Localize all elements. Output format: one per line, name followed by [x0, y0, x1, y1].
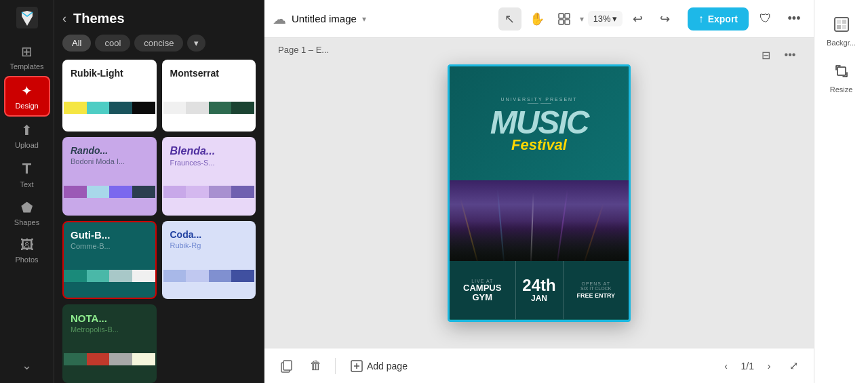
svg-rect-17: [842, 20, 846, 24]
svg-rect-11: [283, 361, 292, 370]
photos-icon: 🖼: [20, 237, 34, 253]
expand-pages-button[interactable]: ⤢: [784, 357, 803, 376]
theme-name: Rubik-Light: [71, 68, 149, 79]
layout-tool-button[interactable]: [553, 7, 576, 31]
themes-grid: Rubik-Light Montserrat Ran: [54, 60, 264, 383]
export-up-icon: ↑: [698, 13, 704, 25]
poster-venue: CAMPUS GYM: [454, 283, 511, 303]
shield-button[interactable]: 🛡: [754, 7, 777, 31]
top-bar-center: ↖ ✋ ▾ 13% ▾ ↩ ↪: [498, 7, 677, 31]
zoom-dropdown-arrow-layout[interactable]: ▾: [580, 14, 584, 24]
sidebar-item-shapes-label: Shapes: [14, 218, 39, 226]
theme-swatches: [64, 353, 155, 365]
back-button[interactable]: ‹: [62, 12, 66, 26]
redo-button[interactable]: ↪: [654, 7, 677, 31]
poster-festival-text: Festival: [511, 136, 567, 154]
sidebar-item-text[interactable]: T Text: [4, 155, 50, 194]
theme-name: Rando...: [71, 145, 149, 156]
sidebar-item-design[interactable]: ✦ Design: [4, 76, 50, 117]
background-icon: [833, 16, 850, 36]
page-copy-button[interactable]: ⊟: [755, 45, 776, 65]
chevron-down-icon: ⌄: [22, 358, 32, 373]
filter-cool[interactable]: cool: [95, 35, 130, 52]
add-page-button[interactable]: Add page: [344, 356, 414, 376]
sidebar-item-templates-label: Templates: [9, 62, 43, 70]
sidebar-more-button[interactable]: ⌄: [15, 353, 39, 378]
filter-bar: All cool concise ▾: [54, 35, 264, 60]
shapes-icon: ⬟: [21, 199, 33, 216]
svg-rect-1: [559, 14, 564, 18]
page-indicator: 1/1: [741, 361, 754, 371]
filter-all[interactable]: All: [62, 35, 91, 52]
themes-panel: ‹ Themes All cool concise ▾ Rubik-Light …: [54, 0, 264, 383]
resize-tool[interactable]: Resize: [820, 58, 863, 99]
export-label: Export: [708, 14, 738, 24]
theme-sub: Fraunces-S...: [170, 159, 248, 167]
theme-sub: Metropolis-B...: [71, 325, 149, 334]
page-actions: ⊟ •••: [755, 45, 800, 65]
zoom-control[interactable]: 13% ▾: [588, 11, 623, 26]
poster-date-month: JAN: [531, 294, 547, 303]
theme-card-rando[interactable]: Rando... Bodoni Moda I...: [62, 137, 157, 216]
sidebar-item-photos[interactable]: 🖼 Photos: [4, 232, 50, 269]
poster-opens-time: SIX IT CLOCK: [580, 286, 611, 291]
delete-page-button[interactable]: 🗑: [305, 355, 327, 377]
theme-name: NOTA...: [71, 313, 149, 324]
sidebar-item-shapes[interactable]: ⬟ Shapes: [4, 194, 50, 232]
theme-swatches: [64, 270, 155, 282]
top-bar: ☁ Untitled image ▾ ↖ ✋ ▾ 13% ▾ ↩ ↪: [264, 0, 814, 38]
page-label: Page 1 – E...: [278, 45, 329, 55]
title-dropdown-arrow[interactable]: ▾: [362, 14, 366, 24]
theme-card-rubik-light[interactable]: Rubik-Light: [62, 60, 157, 132]
filter-concise[interactable]: concise: [134, 35, 183, 52]
top-bar-left: ☁ Untitled image ▾: [273, 11, 366, 27]
export-button[interactable]: ↑ Export: [688, 7, 749, 31]
theme-sub: Comme-B...: [71, 242, 149, 250]
select-tool-button[interactable]: ↖: [498, 7, 521, 31]
sidebar-item-upload[interactable]: ⬆ Upload: [4, 117, 50, 155]
sidebar-item-photos-label: Photos: [15, 256, 38, 264]
theme-swatches: [163, 270, 255, 282]
background-label: Backgr...: [827, 39, 856, 47]
theme-card-blenda[interactable]: Blenda... Fraunces-S...: [162, 137, 256, 216]
more-button[interactable]: •••: [783, 7, 806, 31]
hand-tool-button[interactable]: ✋: [526, 7, 549, 31]
theme-name: Montserrat: [170, 68, 248, 79]
editor-area: ☁ Untitled image ▾ ↖ ✋ ▾ 13% ▾ ↩ ↪: [264, 0, 814, 383]
poster-date-num: 24th: [522, 277, 555, 294]
theme-card-coda[interactable]: Coda... Rubik-Rg: [162, 221, 256, 300]
theme-card-guti-b[interactable]: Guti-B... Comme-B...: [62, 221, 157, 300]
poster-free-entry: FREE ENTRY: [576, 292, 615, 299]
poster-university: UNIVERSITY PRESENT: [501, 97, 578, 102]
right-panel: Backgr... Resize: [814, 0, 868, 383]
copy-page-button[interactable]: [275, 355, 297, 377]
prev-page-button[interactable]: ‹: [717, 357, 736, 376]
theme-card-nota[interactable]: NOTA... Metropolis-B...: [62, 304, 157, 383]
design-icon: ✦: [21, 83, 33, 99]
next-page-button[interactable]: ›: [760, 357, 778, 376]
svg-rect-16: [837, 20, 841, 24]
resize-icon: [833, 63, 850, 83]
app-logo[interactable]: [15, 5, 39, 30]
theme-card-montserrat[interactable]: Montserrat: [162, 60, 256, 132]
page-more-button[interactable]: •••: [780, 45, 800, 65]
sidebar-item-upload-label: Upload: [15, 141, 39, 149]
filter-more[interactable]: ▾: [187, 35, 205, 52]
undo-button[interactable]: ↩: [627, 7, 650, 31]
theme-swatches: [64, 102, 155, 114]
theme-sub: Rubik-Rg: [170, 241, 248, 249]
poster-music-text: MUSIC: [490, 106, 589, 139]
text-icon: T: [22, 160, 31, 178]
svg-rect-20: [837, 67, 846, 75]
bottom-divider: [335, 358, 336, 374]
file-title[interactable]: Untitled image: [292, 13, 357, 24]
background-tool[interactable]: Backgr...: [820, 11, 863, 52]
theme-swatches: [64, 186, 155, 198]
poster-wrapper[interactable]: UNIVERSITY PRESENT MUSIC Festival: [448, 64, 631, 322]
left-sidebar: ⊞ Templates ✦ Design ⬆ Upload T Text ⬟ S…: [0, 0, 54, 383]
theme-swatches: [163, 102, 255, 114]
sidebar-item-templates[interactable]: ⊞ Templates: [4, 38, 50, 76]
svg-rect-18: [837, 25, 841, 29]
svg-rect-19: [842, 25, 846, 29]
add-page-label: Add page: [367, 361, 408, 371]
